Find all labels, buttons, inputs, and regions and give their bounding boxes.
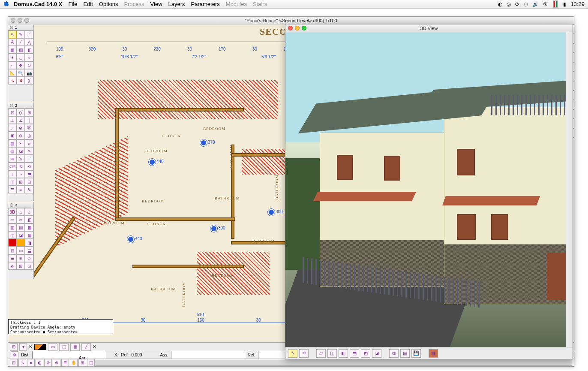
snap-ortho[interactable]: ⊥ <box>8 116 17 124</box>
snap-c[interactable]: Ⓡ <box>25 124 33 132</box>
tool-circle[interactable]: ○ <box>25 54 33 61</box>
tool3d-save[interactable]: 💾 <box>411 349 421 358</box>
tool3d-top[interactable]: ⬒ <box>350 349 359 358</box>
snap-x[interactable]: ⊟ <box>25 178 33 186</box>
tool-zoom[interactable]: 🔍 <box>17 69 25 77</box>
tool-camera[interactable]: 📷 <box>25 69 33 77</box>
tool3d-persp[interactable]: ▱ <box>316 349 326 358</box>
view-d[interactable]: ▱ <box>17 216 25 223</box>
view-r[interactable]: ◇ <box>25 254 33 262</box>
palette-close-icon[interactable] <box>10 104 13 107</box>
snap-a[interactable]: ⟋ <box>8 124 17 132</box>
tool-star[interactable]: ✶ <box>8 54 17 61</box>
snap-d[interactable]: ▣ <box>8 132 17 139</box>
tool3d-side[interactable]: ◧ <box>339 349 348 358</box>
color-swatch[interactable] <box>34 344 46 350</box>
tool-misc[interactable]: ╳ <box>25 77 33 84</box>
volume-icon[interactable]: 🔊 <box>532 1 539 7</box>
tool3d-copy[interactable]: ⧉ <box>389 349 399 358</box>
window-2d-titlebar[interactable]: "Pucci's House" <Second level> (300) 1/1… <box>8 17 574 24</box>
tool-hatch[interactable]: ▨ <box>17 46 25 54</box>
view-i[interactable]: ◫ <box>8 231 17 239</box>
tool-num[interactable]: 4 <box>17 77 25 84</box>
zoom-button[interactable] <box>24 18 29 23</box>
bb1-c[interactable]: ▭ <box>48 343 57 351</box>
tray-icon[interactable]: ⟳ <box>515 1 519 7</box>
minimize-button[interactable] <box>18 18 22 23</box>
vscrollbar[interactable] <box>566 32 573 347</box>
snap-t[interactable]: ↔ <box>17 170 25 178</box>
snap-angle[interactable]: ∠ <box>17 116 25 124</box>
view-o[interactable]: ⬓ <box>25 247 33 254</box>
snap-n[interactable]: ⇲ <box>17 155 25 163</box>
tool-red[interactable]: ↘ <box>8 77 17 84</box>
menu-file[interactable]: File <box>68 1 77 7</box>
app-name[interactable]: Domus.Cad 14.0 X <box>14 1 62 7</box>
tool-grid[interactable]: ▦ <box>8 46 17 54</box>
close-button[interactable] <box>288 26 293 30</box>
bb3-a[interactable]: ⊡ <box>10 359 18 367</box>
tool3d-layers[interactable]: ▤ <box>400 349 410 358</box>
tool3d-front[interactable]: ◫ <box>327 349 337 358</box>
view-f[interactable]: ▥ <box>8 223 17 231</box>
close-button[interactable] <box>11 18 15 23</box>
bb3-e[interactable]: ⊗ <box>44 359 52 367</box>
tool-arc[interactable]: ◡ <box>17 54 25 61</box>
window-3d-titlebar[interactable]: 3D View <box>285 24 573 32</box>
view-s[interactable]: ⬖ <box>8 262 17 270</box>
zoom-button[interactable] <box>302 26 306 30</box>
tool-measure[interactable]: 📐 <box>8 69 17 77</box>
snap-o[interactable]: 📄 <box>25 155 33 163</box>
bb1-d[interactable]: ◫ <box>59 343 69 351</box>
tool-move[interactable]: ✥ <box>17 61 25 69</box>
bb1-f[interactable]: ╱ <box>81 343 91 351</box>
tool3d-iso[interactable]: ◩ <box>361 349 370 358</box>
ass-input[interactable] <box>171 351 245 359</box>
tool3d-pan[interactable]: ✥ <box>299 349 309 358</box>
view-h[interactable]: ▩ <box>25 223 33 231</box>
snap-f[interactable]: ◎ <box>25 132 33 139</box>
snap-e[interactable]: ⊘ <box>17 132 25 139</box>
battery-icon[interactable]: ▮ <box>563 1 566 7</box>
menu-stairs[interactable]: Stairs <box>253 1 267 7</box>
snap-j[interactable]: ▤ <box>8 147 17 155</box>
tray-icon[interactable]: ◐ <box>498 1 502 7</box>
view-p[interactable]: ☰ <box>8 254 17 262</box>
snap-parallel[interactable]: ∥ <box>25 116 33 124</box>
menu-view[interactable]: View <box>150 1 162 7</box>
tool3d-material[interactable]: ▦ <box>429 349 438 358</box>
view-c[interactable]: ▭ <box>8 216 17 223</box>
apple-menu-icon[interactable] <box>3 0 9 8</box>
hscrollbar[interactable] <box>96 360 572 366</box>
snap-mid[interactable]: ◇ <box>17 109 25 116</box>
view3d-canvas[interactable] <box>285 32 566 347</box>
menu-edit[interactable]: Edit <box>83 1 93 7</box>
tool-dimension[interactable]: ↔ <box>8 61 17 69</box>
snap-i[interactable]: ⌀ <box>25 139 33 147</box>
tool-pencil[interactable]: ／ <box>25 30 33 38</box>
menu-layers[interactable]: Layers <box>168 1 185 7</box>
tool-polyline[interactable]: ⋀ <box>25 38 33 46</box>
snap-s[interactable]: ↕ <box>8 170 17 178</box>
view-k[interactable]: ▦ <box>25 231 33 239</box>
view-j[interactable]: ◪ <box>17 231 25 239</box>
bb1-e[interactable]: ▦ <box>70 343 80 351</box>
snap-g[interactable]: ▧ <box>8 139 17 147</box>
snap-z[interactable]: ≡ <box>17 186 25 193</box>
bb2-icon[interactable]: ✥ <box>11 351 18 359</box>
view-q[interactable]: ≡ <box>17 254 25 262</box>
snap-aa[interactable]: ↯ <box>25 186 33 193</box>
tool3d-axo[interactable]: ◪ <box>372 349 381 358</box>
snap-u[interactable]: ⬒ <box>25 170 33 178</box>
view-a[interactable]: ⌂ <box>17 208 25 216</box>
bb3-j[interactable]: ◫ <box>87 359 95 367</box>
snap-r[interactable]: ⟲ <box>25 163 33 170</box>
view-l[interactable]: ◨ <box>25 239 33 247</box>
tray-icon[interactable]: ⑨ <box>543 1 548 7</box>
snap-p[interactable]: ⌫ <box>8 163 17 170</box>
minimize-button[interactable] <box>295 26 300 30</box>
bb3-c[interactable]: ● <box>27 359 35 367</box>
snap-v[interactable]: ◫ <box>8 178 17 186</box>
dist-input[interactable] <box>32 351 106 359</box>
bb1-b[interactable]: ▾ <box>19 343 27 351</box>
